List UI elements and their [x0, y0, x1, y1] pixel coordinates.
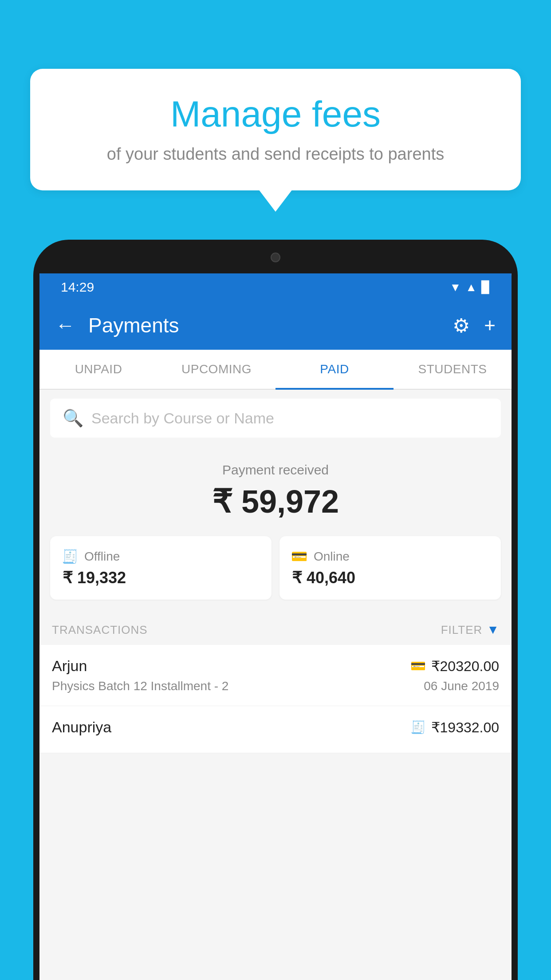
bubble-title: Manage fees: [57, 93, 494, 135]
add-icon[interactable]: +: [484, 314, 496, 336]
tab-students[interactable]: STUDENTS: [394, 350, 512, 389]
tab-paid[interactable]: PAID: [276, 350, 394, 389]
transaction-date: 06 June 2019: [424, 679, 499, 693]
payment-received-label: Payment received: [50, 462, 501, 478]
filter-button[interactable]: FILTER ▼: [441, 623, 499, 637]
offline-icon: 🧾: [62, 549, 78, 564]
transaction-amount: ₹20320.00: [431, 658, 499, 675]
status-icons: ▼ ▲ ▉: [450, 281, 490, 294]
tab-unpaid[interactable]: UNPAID: [39, 350, 157, 389]
phone-notch: [236, 246, 315, 269]
status-time: 14:29: [61, 280, 94, 295]
screen-content: 🔍 Search by Course or Name Payment recei…: [39, 390, 512, 980]
tab-upcoming[interactable]: UPCOMING: [157, 350, 276, 389]
status-bar: 14:29 ▼ ▲ ▉: [39, 273, 512, 301]
tabs-container: UNPAID UPCOMING PAID STUDENTS: [39, 350, 512, 390]
payment-cards: 🧾 Offline ₹ 19,332 💳 Online ₹ 40,640: [39, 533, 512, 612]
settings-icon[interactable]: ⚙: [453, 314, 470, 337]
battery-icon: ▉: [481, 281, 490, 294]
back-button[interactable]: ←: [55, 314, 75, 336]
transaction-row[interactable]: Arjun 💳 ₹20320.00 Physics Batch 12 Insta…: [39, 645, 512, 706]
transaction-course: Physics Batch 12 Installment - 2: [52, 679, 228, 693]
filter-label: FILTER: [441, 623, 483, 637]
transactions-header: TRANSACTIONS FILTER ▼: [39, 612, 512, 645]
online-label: Online: [314, 549, 350, 564]
transactions-label: TRANSACTIONS: [52, 623, 148, 637]
app-title: Payments: [88, 313, 439, 337]
online-amount: ₹ 40,640: [291, 569, 489, 587]
offline-amount: ₹ 19,332: [62, 569, 260, 587]
search-bar[interactable]: 🔍 Search by Course or Name: [50, 399, 501, 438]
payment-total-amount: ₹ 59,972: [50, 483, 501, 520]
transaction-amount: ₹19332.00: [431, 719, 499, 736]
app-bar: ← Payments ⚙ +: [39, 301, 512, 350]
phone-inner: 14:29 ▼ ▲ ▉ ← Payments ⚙ + UNPAID: [39, 246, 512, 980]
speech-bubble-container: Manage fees of your students and send re…: [30, 69, 521, 190]
online-payment-icon: 💳: [410, 659, 426, 673]
transaction-row[interactable]: Anupriya 🧾 ₹19332.00: [39, 706, 512, 753]
payment-summary: Payment received ₹ 59,972: [39, 447, 512, 533]
search-icon: 🔍: [63, 408, 83, 428]
offline-payment-icon: 🧾: [410, 720, 426, 735]
wifi-icon: ▼: [450, 281, 461, 294]
transaction-name: Anupriya: [52, 719, 111, 736]
transaction-name: Arjun: [52, 657, 87, 675]
bubble-subtitle: of your students and send receipts to pa…: [57, 145, 494, 164]
offline-label: Offline: [84, 549, 120, 564]
offline-card: 🧾 Offline ₹ 19,332: [50, 536, 272, 600]
online-card: 💳 Online ₹ 40,640: [279, 536, 501, 600]
phone-frame: 14:29 ▼ ▲ ▉ ← Payments ⚙ + UNPAID: [33, 240, 518, 980]
online-icon: 💳: [291, 549, 307, 564]
phone-screen: 14:29 ▼ ▲ ▉ ← Payments ⚙ + UNPAID: [39, 273, 512, 980]
app-bar-icons: ⚙ +: [453, 314, 496, 337]
search-input-placeholder: Search by Course or Name: [91, 410, 274, 427]
speech-bubble: Manage fees of your students and send re…: [30, 69, 521, 190]
camera-dot: [271, 253, 280, 262]
signal-icon: ▲: [465, 281, 477, 294]
transaction-amount-section: 🧾 ₹19332.00: [410, 719, 499, 736]
filter-icon: ▼: [487, 623, 499, 637]
transaction-amount-section: 💳 ₹20320.00: [410, 658, 499, 675]
